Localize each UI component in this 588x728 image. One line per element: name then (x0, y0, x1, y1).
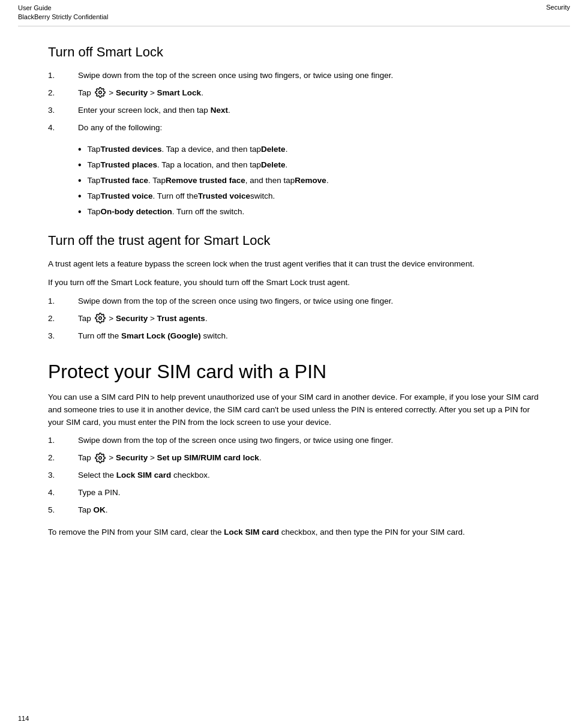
bullet-5: Tap On-body detection. Turn off the swit… (78, 206, 540, 218)
step-2-1: 1. Swipe down from the top of the screen… (48, 295, 540, 308)
step-3-3: 3. Select the Lock SIM card checkbox. (48, 469, 540, 482)
step-3-2: 2. Tap > Security > Set up SIM/RUIM card… (48, 452, 540, 465)
step-2-3: 3. Turn off the Smart Lock (Google) swit… (48, 330, 540, 343)
step-content: Tap > Security > Trust agents. (78, 313, 540, 325)
step-content: Type a PIN. (78, 487, 540, 499)
step-content: Tap > Security > Set up SIM/RUIM card lo… (78, 452, 540, 465)
settings-icon (95, 313, 106, 323)
step-1-3: 3. Enter your screen lock, and then tap … (48, 104, 540, 117)
section3-para1: You can use a SIM card PIN to help preve… (48, 391, 540, 429)
step-content: Select the Lock SIM card checkbox. (78, 469, 540, 482)
svg-point-1 (98, 317, 101, 320)
step-num: 2. (48, 87, 78, 100)
svg-point-2 (98, 457, 101, 460)
bullet-4: Tap Trusted voice. Turn off the Trusted … (78, 190, 540, 203)
step-num: 1. (48, 295, 78, 308)
section3-footer-para: To remove the PIN from your SIM card, cl… (48, 526, 540, 539)
page-footer: 114 (18, 715, 29, 722)
step-2-2: 2. Tap > Security > Trust agents. (48, 313, 540, 325)
step-num: 3. (48, 104, 78, 117)
step-num: 1. (48, 70, 78, 82)
step-content: Tap > Security > Smart Lock. (78, 87, 540, 100)
step-content: Swipe down from the top of the screen on… (78, 435, 540, 447)
section3-steps: 1. Swipe down from the top of the screen… (48, 435, 540, 517)
step-num: 4. (48, 487, 78, 499)
step-num: 4. (48, 122, 78, 134)
step-content: Tap OK. (78, 504, 540, 517)
section1-bullets: Tap Trusted devices. Tap a device, and t… (78, 143, 540, 218)
step-num: 3. (48, 469, 78, 482)
step-1-4: 4. Do any of the following: (48, 122, 540, 134)
bullet-2: Tap Trusted places. Tap a location, and … (78, 159, 540, 172)
header-right: Security (546, 4, 570, 11)
bullet-1: Tap Trusted devices. Tap a device, and t… (78, 143, 540, 156)
page-container: User Guide BlackBerry Strictly Confident… (0, 0, 588, 728)
step-num: 2. (48, 452, 78, 465)
header-left: User Guide BlackBerry Strictly Confident… (18, 4, 108, 22)
settings-icon (95, 453, 106, 463)
section2-title: Turn off the trust agent for Smart Lock (48, 233, 540, 248)
step-content: Turn off the Smart Lock (Google) switch. (78, 330, 540, 343)
section2-para2: If you turn off the Smart Lock feature, … (48, 277, 540, 289)
header-confidential: BlackBerry Strictly Confidential (18, 13, 108, 22)
step-1-2: 2. Tap > Security > Smart Lock. (48, 87, 540, 100)
step-1-1: 1. Swipe down from the top of the screen… (48, 70, 540, 82)
settings-icon (95, 87, 106, 98)
step-num: 1. (48, 435, 78, 447)
step-content: Swipe down from the top of the screen on… (78, 70, 540, 82)
page-header: User Guide BlackBerry Strictly Confident… (0, 0, 588, 26)
step-num: 3. (48, 330, 78, 343)
step-3-5: 5. Tap OK. (48, 504, 540, 517)
step-num: 2. (48, 313, 78, 325)
step-content: Do any of the following: (78, 122, 540, 134)
bullet-3: Tap Trusted face. Tap Remove trusted fac… (78, 175, 540, 187)
page-number: 114 (18, 715, 29, 722)
header-section: Security (546, 4, 570, 11)
step-3-4: 4. Type a PIN. (48, 487, 540, 499)
svg-point-0 (98, 91, 101, 94)
section2-steps: 1. Swipe down from the top of the screen… (48, 295, 540, 343)
step-content: Swipe down from the top of the screen on… (78, 295, 540, 308)
step-3-1: 1. Swipe down from the top of the screen… (48, 435, 540, 447)
section2-para1: A trust agent lets a feature bypass the … (48, 258, 540, 271)
step-num: 5. (48, 504, 78, 517)
section3-title: Protect your SIM card with a PIN (48, 361, 540, 383)
main-content: Turn off Smart Lock 1. Swipe down from t… (0, 26, 588, 569)
header-user-guide: User Guide (18, 4, 108, 13)
section1-title: Turn off Smart Lock (48, 44, 540, 60)
section1-steps: 1. Swipe down from the top of the screen… (48, 70, 540, 134)
step-content: Enter your screen lock, and then tap Nex… (78, 104, 540, 117)
